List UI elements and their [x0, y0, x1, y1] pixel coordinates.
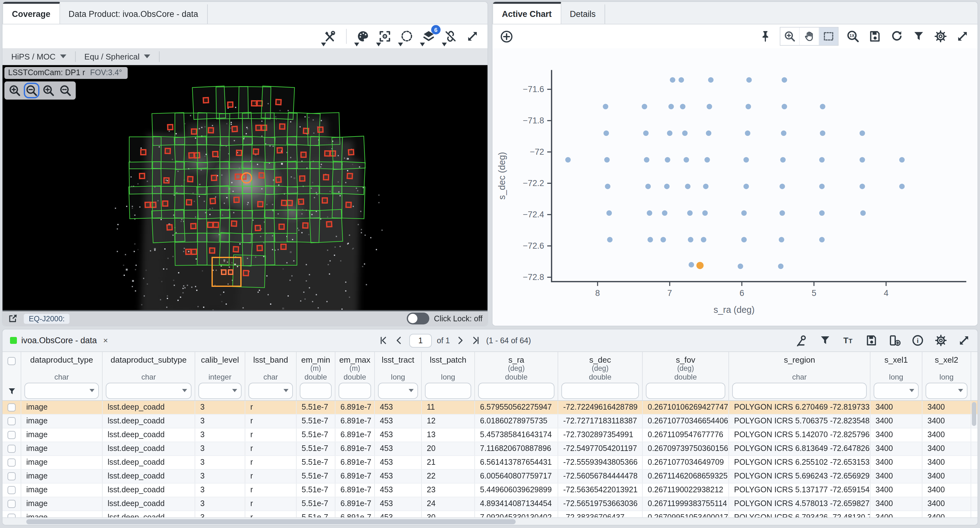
- hips-moc-dropdown[interactable]: HiPS / MOC: [3, 48, 75, 64]
- column-header-s_xel2[interactable]: s_xel2 long: [923, 352, 971, 400]
- magnify-1x-icon[interactable]: 1X: [845, 29, 861, 44]
- table-row[interactable]: imagelsst.deep_coadd3r5.51e-76.891e-7453…: [3, 456, 977, 470]
- expand-icon[interactable]: [465, 29, 480, 44]
- unlink-icon[interactable]: [443, 29, 458, 44]
- layers-icon[interactable]: 6: [421, 29, 436, 44]
- column-header-lsst_band[interactable]: lsst_band char: [245, 352, 297, 400]
- row-checkbox[interactable]: [8, 500, 16, 508]
- column-filter-input[interactable]: [248, 383, 293, 399]
- column-filter-input[interactable]: [425, 383, 471, 399]
- column-header-s_dec[interactable]: s_dec (deg) double: [558, 352, 643, 400]
- coverage-tab-0[interactable]: Coverage: [3, 2, 60, 24]
- projection-dropdown[interactable]: Equ / Spherical: [76, 48, 159, 64]
- column-header-s_region[interactable]: s_region char: [729, 352, 870, 400]
- tools-icon[interactable]: [322, 29, 337, 44]
- expand-icon[interactable]: [956, 333, 971, 348]
- row-checkbox[interactable]: [8, 486, 16, 494]
- magnify-fit-button[interactable]: [41, 83, 56, 98]
- vertical-scrollbar-thumb[interactable]: [972, 402, 976, 426]
- table-row[interactable]: imagelsst.deep_coadd3r5.51e-76.891e-7453…: [3, 401, 977, 415]
- column-header-lsst_patch[interactable]: lsst_patch long: [422, 352, 475, 400]
- column-filter-input[interactable]: [873, 383, 919, 399]
- column-filter-input[interactable]: [926, 383, 967, 399]
- palette-icon[interactable]: [355, 29, 371, 44]
- close-icon[interactable]: ×: [103, 336, 108, 345]
- column-filter-input[interactable]: [300, 383, 332, 399]
- settings-icon[interactable]: [933, 333, 948, 348]
- table-tab[interactable]: ivoa.ObsCore - data ×: [3, 336, 115, 345]
- text-view-icon[interactable]: TT: [840, 333, 856, 348]
- column-filter-input[interactable]: [106, 383, 191, 399]
- sky-coverage-view[interactable]: LSSTComCam: DP1 r FOV:3.4°: [3, 65, 487, 310]
- save-icon[interactable]: [867, 29, 882, 44]
- select-all-checkbox[interactable]: [8, 357, 16, 365]
- page-number-input[interactable]: 1: [409, 333, 432, 347]
- previous-page-button[interactable]: [394, 335, 404, 346]
- scatter-chart[interactable]: 87654−71.6−71.8−72−72.2−72.4−72.6−72.8s_…: [493, 48, 977, 326]
- inspect-icon[interactable]: [794, 333, 809, 348]
- row-checkbox[interactable]: [8, 431, 16, 439]
- column-filter-input[interactable]: [732, 383, 867, 399]
- column-filter-input[interactable]: [478, 383, 554, 399]
- row-checkbox[interactable]: [8, 472, 16, 480]
- coverage-tab-1[interactable]: Data Product: ivoa.ObsCore - data: [60, 5, 207, 24]
- add-column-icon[interactable]: [887, 333, 902, 348]
- row-checkbox[interactable]: [8, 445, 16, 453]
- vertical-scrollbar[interactable]: [972, 401, 976, 518]
- selected-coverage-tile[interactable]: [212, 257, 242, 287]
- select-rect-mode-button[interactable]: [819, 27, 838, 45]
- column-filter-input[interactable]: [562, 383, 639, 399]
- column-filter-input[interactable]: [198, 383, 242, 399]
- refresh-icon[interactable]: [889, 29, 904, 44]
- column-header-lsst_tract[interactable]: lsst_tract long: [375, 352, 422, 400]
- horizontal-scrollbar[interactable]: [3, 517, 977, 525]
- column-header-dataproduct_subtype[interactable]: dataproduct_subtype char: [103, 352, 195, 400]
- horizontal-scrollbar-thumb[interactable]: [26, 519, 515, 524]
- table-row[interactable]: imagelsst.deep_coadd3r5.51e-76.891e-7453…: [3, 483, 977, 497]
- column-header-s_xel1[interactable]: s_xel1 long: [870, 352, 923, 400]
- column-header-dataproduct_type[interactable]: dataproduct_type char: [21, 352, 103, 400]
- next-page-button[interactable]: [455, 335, 466, 346]
- column-filter-input[interactable]: [24, 383, 99, 399]
- column-header-calib_level[interactable]: calib_level integer: [195, 352, 245, 400]
- chart-tab-1[interactable]: Details: [561, 5, 605, 24]
- column-header-s_fov[interactable]: s_fov (deg) double: [643, 352, 729, 400]
- row-checkbox[interactable]: [8, 417, 16, 425]
- settings-icon[interactable]: [933, 29, 948, 44]
- expand-icon[interactable]: [955, 29, 970, 44]
- chart-tab-0[interactable]: Active Chart: [493, 2, 561, 24]
- magnify-minus-button[interactable]: [24, 83, 40, 98]
- column-header-em_max[interactable]: em_max (m) double: [336, 352, 375, 400]
- filter-row-icon[interactable]: [6, 386, 17, 396]
- table-row[interactable]: imagelsst.deep_coadd3r5.51e-76.891e-7453…: [3, 511, 977, 518]
- add-chart-button[interactable]: [499, 29, 514, 44]
- row-checkbox[interactable]: [8, 404, 16, 412]
- recenter-icon[interactable]: [377, 29, 392, 44]
- column-header-s_ra[interactable]: s_ra (deg) double: [475, 352, 558, 400]
- filter-icon[interactable]: [911, 29, 926, 44]
- save-icon[interactable]: [864, 333, 879, 348]
- table-row[interactable]: imagelsst.deep_coadd3r5.51e-76.891e-7453…: [3, 442, 977, 456]
- hand-mode-button[interactable]: [800, 27, 819, 45]
- column-filter-input[interactable]: [339, 383, 371, 399]
- magnify-plus-mode-button[interactable]: [780, 27, 799, 45]
- row-checkbox[interactable]: [8, 458, 16, 467]
- table-row[interactable]: imagelsst.deep_coadd3r5.51e-76.891e-7453…: [3, 415, 977, 428]
- table-row[interactable]: imagelsst.deep_coadd3r5.51e-76.891e-7453…: [3, 470, 977, 483]
- pin-icon[interactable]: [758, 29, 773, 44]
- info-icon[interactable]: i: [910, 333, 925, 348]
- table-row[interactable]: imagelsst.deep_coadd3r5.51e-76.891e-7453…: [3, 497, 977, 511]
- last-page-button[interactable]: [471, 335, 481, 346]
- magnify-fill-button[interactable]: [57, 83, 73, 98]
- click-lock-toggle[interactable]: [407, 313, 430, 324]
- column-unit: (deg): [508, 365, 525, 373]
- magnify-plus-button[interactable]: [7, 83, 22, 98]
- table-row[interactable]: imagelsst.deep_coadd3r5.51e-76.891e-7453…: [3, 428, 977, 442]
- column-filter-input[interactable]: [378, 383, 418, 399]
- select-region-icon[interactable]: [399, 29, 414, 44]
- column-filter-input[interactable]: [646, 383, 725, 399]
- filter-icon[interactable]: [817, 333, 832, 348]
- external-link-icon[interactable]: [8, 313, 18, 324]
- first-page-button[interactable]: [378, 335, 389, 346]
- column-header-em_min[interactable]: em_min (m) double: [297, 352, 336, 400]
